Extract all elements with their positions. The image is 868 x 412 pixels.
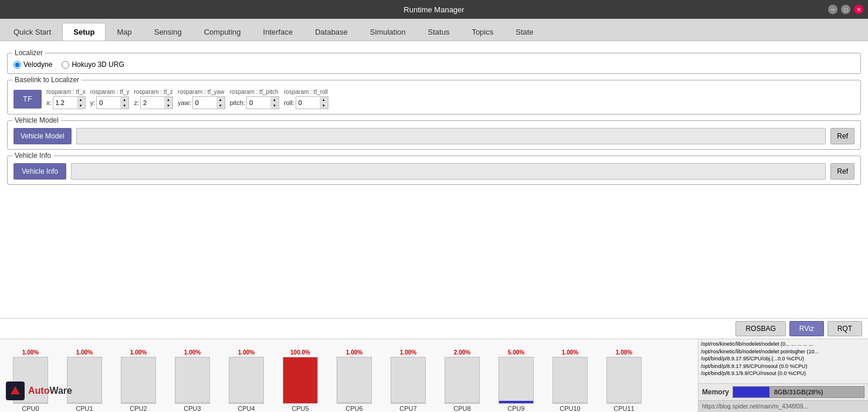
- tf-row: TF rosparam : tf_xx:▲▼rosparam : tf_yy:▲…: [13, 89, 855, 109]
- spinbox: ▲▼: [53, 96, 86, 109]
- spinbox-up[interactable]: ▲: [120, 97, 128, 103]
- memory-bar: 8GB/31GB(28%): [733, 386, 864, 398]
- maximize-button[interactable]: □: [841, 5, 850, 14]
- input-label: pitch:: [230, 99, 245, 106]
- baselink-legend: Baselink to Localizer: [12, 76, 82, 84]
- spinbox-up[interactable]: ▲: [216, 97, 225, 103]
- cpu-label: CPU7: [399, 405, 416, 412]
- baselink-section: Baselink to Localizer TF rosparam : tf_x…: [7, 80, 861, 114]
- spinbox-buttons: ▲▼: [320, 97, 328, 109]
- right-panel: /opt/ros/kinetic/lib/nodelet/nodelet (0.…: [698, 339, 868, 412]
- nav-tab-computing[interactable]: Computing: [193, 23, 252, 40]
- nav-tab-topics[interactable]: Topics: [460, 23, 504, 40]
- spinbox-up[interactable]: ▲: [320, 97, 328, 103]
- cpu-bar-container: [391, 357, 426, 404]
- spinbox-down[interactable]: ▼: [270, 103, 279, 109]
- main-content: Localizer Velodyne Hokuyo 3D URG Baselin…: [0, 41, 868, 318]
- process-item: /opt/bind/p/8.9.17.95/CPU/rosout (0.0 %C…: [701, 363, 866, 370]
- vehicle-model-ref-button[interactable]: Ref: [830, 128, 855, 144]
- velodyne-radio[interactable]: [13, 61, 21, 69]
- spinbox-buttons: ▲▼: [216, 97, 225, 109]
- nav-tab-setup[interactable]: Setup: [62, 23, 106, 40]
- cpu-label: CPU11: [613, 405, 634, 412]
- nav-tab-state[interactable]: State: [504, 23, 544, 40]
- title-bar: Runtime Manager ─ □ ✕: [0, 0, 868, 19]
- nav-tab-quick-start[interactable]: Quick Start: [2, 23, 62, 40]
- vehicle-model-button[interactable]: Vehicle Model: [13, 128, 72, 144]
- spinbox-up[interactable]: ▲: [270, 97, 279, 103]
- cpu-label: CPU6: [345, 405, 362, 412]
- vehicle-info-section: Vehicle Info Vehicle Info Ref: [7, 156, 861, 185]
- vehicle-model-input[interactable]: [76, 128, 826, 144]
- cpu-bar-container: [445, 357, 480, 404]
- nav-tab-status[interactable]: Status: [417, 23, 461, 40]
- cpu-percent: 1.00%: [400, 349, 416, 356]
- cpu-bar: [283, 357, 317, 403]
- vehicle-model-section: Vehicle Model Vehicle Model Ref: [7, 120, 861, 150]
- nav-tab-sensing[interactable]: Sensing: [143, 23, 193, 40]
- nav-tab-simulation[interactable]: Simulation: [359, 23, 417, 40]
- spinbox-input[interactable]: [97, 97, 120, 109]
- param-input-row: yaw:▲▼: [178, 96, 225, 109]
- spinbox-input[interactable]: [53, 97, 77, 109]
- close-button[interactable]: ✕: [854, 5, 863, 14]
- spinbox-down[interactable]: ▼: [120, 103, 128, 109]
- cpu-monitors: 1.00%CPU01.00%CPU11.00%CPU21.00%CPU31.00…: [0, 339, 698, 412]
- localizer-legend: Localizer: [12, 49, 45, 57]
- nav-tab-interface[interactable]: Interface: [252, 23, 304, 40]
- vehicle-info-input[interactable]: [71, 163, 826, 180]
- spinbox-down[interactable]: ▼: [164, 103, 172, 109]
- cpu-bar-container: [121, 357, 156, 404]
- cpu-bar-container: [499, 357, 534, 404]
- status-url: https://blog.spider.net/main/m_4348f09..…: [702, 403, 808, 410]
- autoware-text: AutoWare: [28, 386, 72, 396]
- spinbox-buttons: ▲▼: [77, 97, 85, 109]
- cpu-bar: [337, 402, 371, 403]
- spinbox-input[interactable]: [193, 97, 216, 109]
- hokuyo-radio[interactable]: [62, 61, 69, 69]
- input-label: yaw:: [178, 99, 191, 106]
- velodyne-option[interactable]: Velodyne: [13, 60, 52, 69]
- param-group-x: rosparam : tf_xx:▲▼: [46, 89, 86, 109]
- action-btn-rviz[interactable]: RViz: [789, 321, 824, 336]
- cpu-item-cpu3: 1.00%CPU3: [167, 349, 218, 412]
- nav-tab-database[interactable]: Database: [304, 23, 359, 40]
- cpu-bar: [229, 402, 263, 403]
- spinbox-up[interactable]: ▲: [77, 97, 85, 103]
- cpu-bar: [175, 402, 209, 403]
- hokuyo-option[interactable]: Hokuyo 3D URG: [62, 60, 124, 69]
- cpu-percent: 1.00%: [22, 349, 39, 356]
- cpu-item-cpu11: 1.00%CPU11: [598, 349, 650, 412]
- spinbox-input[interactable]: [247, 97, 270, 109]
- spinbox-down[interactable]: ▼: [216, 103, 225, 109]
- spinbox-up[interactable]: ▲: [164, 97, 172, 103]
- spinbox-input[interactable]: [296, 97, 320, 109]
- param-group-pitch: rosparam : tf_pitchpitch:▲▼: [230, 89, 279, 109]
- spinbox-input[interactable]: [141, 97, 164, 109]
- action-btn-rqt[interactable]: RQT: [828, 321, 862, 336]
- vehicle-info-button[interactable]: Vehicle Info: [13, 163, 66, 180]
- cpu-bar-container: [283, 357, 318, 404]
- cpu-percent: 1.00%: [238, 349, 255, 356]
- param-input-row: roll:▲▼: [284, 96, 328, 109]
- action-buttons-row: ROSBAGRVizRQT: [0, 319, 868, 339]
- spinbox-down[interactable]: ▼: [77, 103, 85, 109]
- cpu-label: CPU10: [560, 405, 580, 412]
- action-btn-rosbag[interactable]: ROSBAG: [735, 321, 785, 336]
- spinbox: ▲▼: [296, 96, 328, 109]
- spinbox-down[interactable]: ▼: [320, 103, 328, 109]
- minimize-button[interactable]: ─: [828, 5, 838, 14]
- cpu-bar-container: [67, 357, 102, 404]
- cpu-item-cpu9: 5.00%CPU9: [490, 349, 542, 412]
- vehicle-info-row: Vehicle Info Ref: [13, 161, 855, 180]
- cpu-label: CPU4: [238, 405, 255, 412]
- memory-text: 8GB/31GB(28%): [733, 387, 864, 397]
- vehicle-info-ref-button[interactable]: Ref: [830, 163, 855, 180]
- svg-marker-0: [11, 386, 20, 394]
- tf-button[interactable]: TF: [13, 90, 42, 109]
- nav-tab-map[interactable]: Map: [106, 23, 143, 40]
- cpu-bar: [445, 402, 479, 403]
- cpu-bar: [391, 402, 425, 403]
- bottom-bar: ROSBAGRVizRQT 1.00%CPU01.00%CPU11.00%CPU…: [0, 318, 868, 412]
- cpu-item-cpu5: 100.0%CPU5: [274, 349, 326, 412]
